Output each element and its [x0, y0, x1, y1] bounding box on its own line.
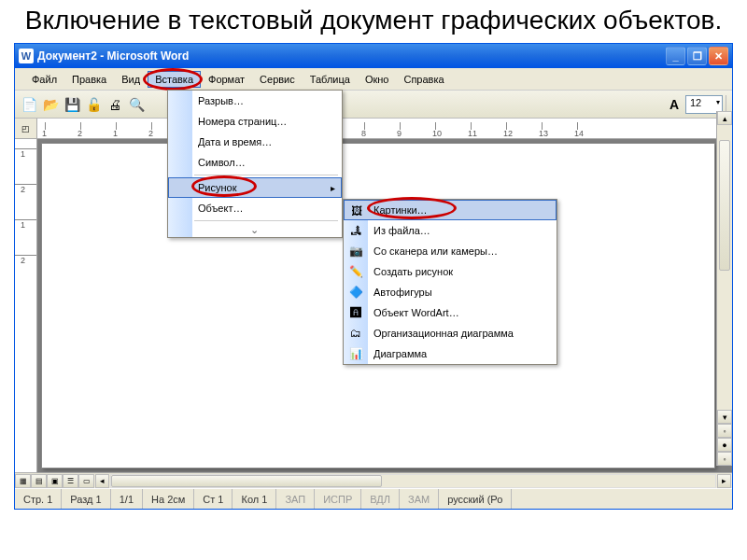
browse-next-icon[interactable]: ◦ — [717, 452, 732, 466]
scroll-up-arrow[interactable]: ▴ — [717, 111, 732, 125]
menu-tools[interactable]: Сервис — [252, 71, 303, 88]
bold-icon[interactable]: A — [664, 94, 684, 115]
menu-edit[interactable]: Правка — [64, 71, 114, 88]
insert-break[interactable]: Разрыв… — [168, 91, 342, 111]
hscroll-right-arrow[interactable]: ▸ — [717, 474, 731, 488]
web-view-icon[interactable]: ▤ — [31, 474, 47, 488]
status-page: Стр. 1 — [15, 489, 62, 509]
insert-object[interactable]: Объект… — [168, 198, 342, 218]
permission-icon[interactable]: 🔓 — [83, 94, 104, 115]
status-line: Ст 1 — [194, 489, 233, 509]
browse-prev-icon[interactable]: ◦ — [717, 424, 732, 438]
maximize-button[interactable]: ❐ — [687, 47, 707, 65]
chart-icon: 📊 — [347, 346, 364, 361]
new-drawing-icon: ✏️ — [347, 264, 364, 279]
clipart-icon: 🖼 — [348, 203, 365, 218]
print-icon[interactable]: 🖨 — [105, 94, 125, 115]
print-view-icon[interactable]: ▣ — [47, 474, 63, 488]
close-button[interactable]: ✕ — [709, 47, 728, 65]
scroll-down-arrow[interactable]: ▾ — [717, 410, 732, 424]
menu-view[interactable]: Вид — [114, 71, 148, 88]
menu-format[interactable]: Формат — [201, 71, 252, 88]
menubar: Файл Правка Вид Вставка Формат Сервис Та… — [15, 68, 732, 91]
status-section: Разд 1 — [62, 489, 110, 509]
status-pages: 1/1 — [111, 489, 143, 509]
horizontal-ruler[interactable]: 121234567891011121314 — [37, 119, 732, 138]
insert-date-time[interactable]: Дата и время… — [168, 132, 342, 152]
picture-clipart[interactable]: 🖼 Картинки… — [344, 200, 557, 220]
scanner-icon: 📷 — [347, 244, 364, 259]
ruler-corner[interactable]: ◰ — [15, 119, 37, 138]
status-language[interactable]: русский (Ро — [439, 489, 512, 509]
standard-toolbar: 📄 📂 💾 🔓 🖨 🔍 A 12 — [15, 91, 732, 119]
autoshapes-icon: 🔷 — [347, 285, 364, 300]
browse-object-icon[interactable]: ● — [717, 438, 732, 452]
menu-insert[interactable]: Вставка — [148, 71, 201, 88]
horizontal-scrollbar: ▦ ▤ ▣ ☰ ▭ ◂ ▸ — [15, 472, 732, 488]
window-title: Документ2 - Microsoft Word — [37, 49, 666, 63]
preview-icon[interactable]: 🔍 — [126, 94, 147, 115]
picture-submenu-dropdown: 🖼 Картинки… 🏞 Из файла… 📷 Со сканера или… — [343, 199, 557, 365]
picture-org-chart[interactable]: 🗂 Организационная диаграмма — [344, 323, 557, 343]
reading-view-icon[interactable]: ▭ — [78, 474, 94, 488]
menu-table[interactable]: Таблица — [303, 71, 358, 88]
horizontal-ruler-area: ◰ 121234567891011121314 — [15, 119, 732, 139]
status-trk: ИСПР — [315, 489, 361, 509]
picture-from-scanner[interactable]: 📷 Со сканера или камеры… — [344, 241, 557, 261]
insert-menu-dropdown: Разрыв… Номера страниц… Дата и время… Си… — [167, 90, 343, 238]
insert-symbol[interactable]: Символ… — [168, 152, 342, 173]
status-at: На 2см — [143, 489, 194, 509]
hscroll-track[interactable] — [110, 474, 716, 488]
from-file-icon: 🏞 — [347, 223, 364, 238]
picture-from-file[interactable]: 🏞 Из файла… — [344, 220, 557, 241]
minimize-button[interactable]: _ — [666, 47, 685, 65]
status-rec: ЗАП — [276, 489, 315, 509]
menu-file[interactable]: Файл — [24, 71, 64, 88]
new-doc-icon[interactable]: 📄 — [19, 94, 39, 115]
vscroll-thumb[interactable] — [719, 140, 730, 271]
open-icon[interactable]: 📂 — [40, 94, 61, 115]
slide-title: Включение в текстовый документ графическ… — [0, 0, 747, 43]
word-window: W Документ2 - Microsoft Word _ ❐ ✕ Файл … — [14, 43, 733, 510]
save-icon[interactable]: 💾 — [62, 94, 82, 115]
hscroll-left-arrow[interactable]: ◂ — [95, 474, 109, 488]
org-chart-icon: 🗂 — [347, 326, 364, 341]
word-app-icon: W — [19, 49, 34, 63]
picture-chart[interactable]: 📊 Диаграмма — [344, 343, 557, 364]
picture-autoshapes[interactable]: 🔷 Автофигуры — [344, 282, 557, 302]
menu-help[interactable]: Справка — [396, 71, 451, 88]
hscroll-thumb[interactable] — [111, 475, 382, 487]
status-ovr: ЗАМ — [400, 489, 439, 509]
outline-view-icon[interactable]: ☰ — [63, 474, 78, 488]
titlebar: W Документ2 - Microsoft Word _ ❐ ✕ — [15, 44, 732, 68]
menu-expand-chevron[interactable]: ⌄ — [168, 223, 342, 237]
menu-window[interactable]: Окно — [358, 71, 397, 88]
picture-wordart[interactable]: 🅰 Объект WordArt… — [344, 302, 557, 323]
statusbar: Стр. 1 Разд 1 1/1 На 2см Ст 1 Кол 1 ЗАП … — [15, 488, 732, 509]
vertical-scrollbar[interactable]: ▴ ▾ ◦ ● ◦ — [716, 111, 732, 466]
normal-view-icon[interactable]: ▦ — [15, 474, 31, 488]
wordart-icon: 🅰 — [347, 305, 364, 320]
insert-picture-submenu[interactable]: Рисунок▸ — [168, 177, 342, 198]
status-col: Кол 1 — [233, 489, 276, 509]
picture-new-drawing[interactable]: ✏️ Создать рисунок — [344, 261, 557, 282]
insert-page-numbers[interactable]: Номера страниц… — [168, 111, 342, 132]
vertical-ruler[interactable]: 1 2 1 2 — [15, 139, 37, 472]
status-ext: ВДЛ — [361, 489, 400, 509]
